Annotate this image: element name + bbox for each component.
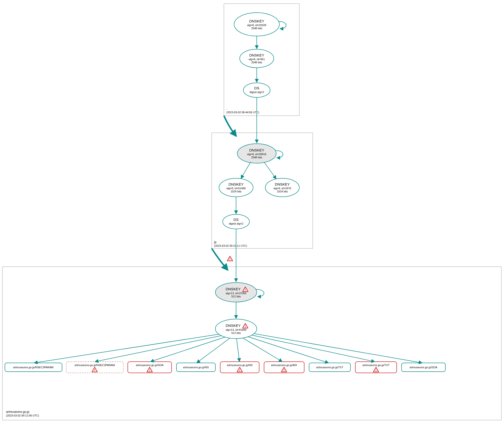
edge-jp-ksk-self [275,151,283,158]
rr9-label: artmuseums.go.jp/SOA [410,366,437,369]
warning-icon-deleg [227,256,233,261]
node-dom-zsk-l2: 512 bits [231,331,241,334]
svg-point-4 [243,83,270,97]
zone-dom-label: artmuseums.go.jp [6,410,29,414]
node-jp-ksk: DNSKEY alg=8, id=39916 2048 bits [237,144,276,163]
node-jp-zsk2-l1: alg=8, id=2676 [274,187,291,190]
rr-nsec3-2: artmuseums.go.jp/NSEC3PARAM [66,362,123,373]
zone-jp-label: jp [214,240,217,244]
node-dom-ksk-l2: 512 bits [231,295,241,298]
rr8-label: artmuseums.go.jp/TXT [362,364,390,367]
edge-zsk-rr1 [34,334,219,363]
edge-zsk-rr2 [95,336,221,362]
rr-nsec3-1: artmuseums.go.jp/NSEC3PARAM [5,363,62,372]
node-root-zsk: DNSKEY alg=8, id=951 2048 bits [240,49,274,68]
rr-soa-1: artmuseums.go.jp/SOA [128,362,172,373]
edge-jpksk-zsk2 [264,162,276,179]
node-jp-ksk-l1: alg=8, id=39916 [247,153,266,156]
zone-root-label: . [226,107,227,110]
node-jp-zsk: DNSKEY alg=8, id=51480 1024 bits [219,178,253,197]
rr4-label: artmuseums.go.jp/NS [183,366,209,369]
rr-soa-2: artmuseums.go.jp/SOA [402,363,445,372]
zone-root-timestamp: (2023-03-02 06:44:56 UTC) [226,111,259,114]
node-root-ksk: DNSKEY alg=8, id=20326 2048 bits [234,13,279,36]
edge-zsk-rr5 [237,339,239,362]
node-root-ksk-l2: 2048 bits [251,27,262,30]
node-jp-ksk-l2: 2048 bits [251,156,262,159]
node-root-zsk-title: DNSKEY [249,53,264,57]
node-jp-zsk2: DNSKEY alg=8, id=2676 1024 bits [265,178,299,197]
zone-dom-timestamp: (2023-03-02 09:11:06 UTC) [6,414,39,417]
rr-txt-1: artmuseums.go.jp/TXT [309,363,350,372]
node-root-ds-title: DS [254,86,259,90]
edge-root-to-jp-deleg [224,116,236,136]
node-jp-ds-title: DS [234,217,239,222]
rr-txt-2: artmuseums.go.jp/TXT [355,362,397,373]
edge-zsk-rr7 [248,337,329,363]
edge-root-ksk-self [279,21,286,29]
rr2-label: artmuseums.go.jp/NSEC3PARAM [74,364,115,367]
rr-ns-1: artmuseums.go.jp/NS [176,363,215,372]
node-jp-zsk2-title: DNSKEY [275,182,290,186]
node-jp-zsk-l1: alg=8, id=51480 [227,187,246,190]
rr-ns-2: artmuseums.go.jp/NS [220,362,259,373]
node-root-ksk-title: DNSKEY [249,19,264,23]
node-jp-ds-l1: digest alg=2 [229,222,243,225]
rr1-label: artmuseums.go.jp/NSEC3PARAM [13,366,53,369]
node-root-ds: DS digest alg=2 [243,83,270,97]
node-root-ksk-l1: alg=8, id=20326 [247,24,266,27]
rr6-label: artmuseums.go.jp/MX [271,364,297,367]
node-dom-zsk-title: DNSKEY [226,323,241,328]
node-dom-zsk: DNSKEY alg=13, id=41889 512 bits [215,319,257,339]
rr-mx: artmuseums.go.jp/MX [264,362,304,373]
edge-zsk-rr4 [197,338,230,363]
rr7-label: artmuseums.go.jp/TXT [316,366,343,369]
node-jp-zsk-l2: 1024 bits [231,190,242,193]
node-dom-ksk-l1: alg=13, id=37055 [226,292,246,295]
svg-point-8 [223,214,249,229]
node-root-zsk-l1: alg=8, id=951 [249,58,265,61]
edge-zsk-rr3 [150,337,225,362]
node-jp-zsk2-l2: 1024 bits [277,190,288,193]
node-root-zsk-l2: 2048 bits [251,61,262,64]
node-root-ds-l1: digest alg=2 [249,91,264,94]
node-dom-ksk-title: DNSKEY [226,287,241,291]
rr3-label: artmuseums.go.jp/SOA [136,364,164,367]
zone-jp-timestamp: (2023-03-02 09:10:11 UTC) [214,244,247,247]
rr5-label: artmuseums.go.jp/NS [227,364,253,367]
edge-jpksk-zsk1 [241,162,251,179]
node-jp-ksk-title: DNSKEY [249,148,264,152]
node-dom-ksk: DNSKEY alg=13, id=37055 512 bits [215,283,257,302]
edge-zsk-rr9 [254,334,422,363]
node-jp-ds: DS digest alg=2 [223,214,249,229]
node-jp-zsk-title: DNSKEY [229,182,244,186]
node-dom-zsk-l1: alg=13, id=41889 [226,328,246,331]
